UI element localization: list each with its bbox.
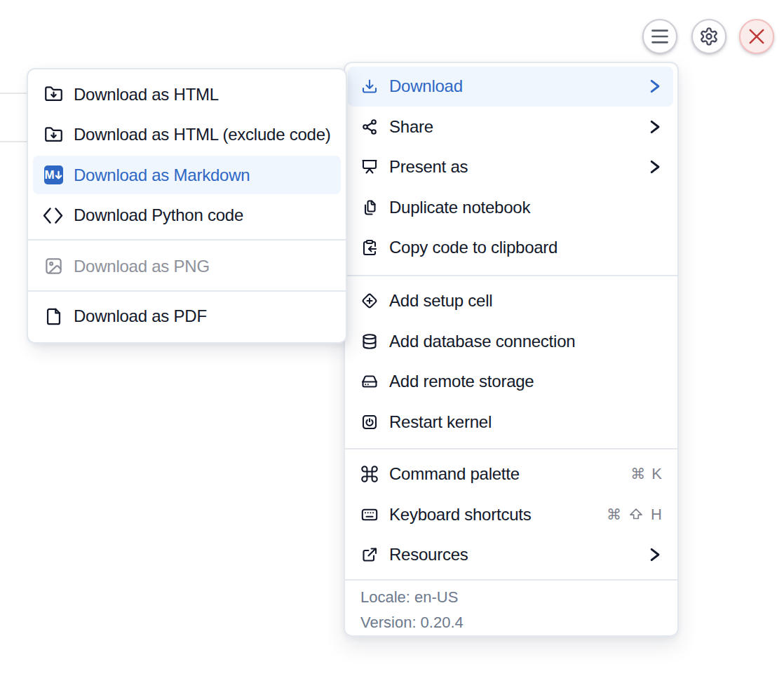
settings-button[interactable] (691, 19, 726, 54)
database-icon (361, 333, 378, 350)
diamond-plus-icon (361, 292, 378, 309)
menu-item-label: Download (389, 76, 463, 96)
external-link-icon (361, 546, 378, 563)
menu-item-command-palette[interactable]: Command palette⌘K (348, 454, 673, 495)
shortcut-hint: ⌘H (607, 506, 662, 524)
notebook-menu-button[interactable] (642, 19, 677, 54)
menu-item-copy-code-to-clipboard[interactable]: Copy code to clipboard (348, 228, 673, 269)
menu-item-label: Duplicate notebook (389, 198, 530, 217)
menu-item-label: Download as HTML (exclude code) (74, 125, 331, 144)
menu-item-label: Download as PNG (74, 257, 210, 276)
menu-item-add-setup-cell[interactable]: Add setup cell (348, 281, 673, 322)
menu-separator (345, 275, 677, 276)
menu-item-label: Keyboard shortcuts (389, 505, 531, 525)
menu-item-add-remote-storage[interactable]: Add remote storage (348, 362, 673, 402)
page-divider-line-2 (0, 141, 27, 142)
shift-icon (628, 506, 644, 523)
menu-item-label: Download as HTML (74, 85, 219, 104)
menu-item-keyboard-shortcuts[interactable]: Keyboard shortcuts⌘H (348, 494, 673, 535)
chevron-right-icon (647, 119, 663, 135)
clipboard-copy-icon (361, 239, 378, 256)
markdown-badge-icon: M (44, 165, 63, 184)
image-icon (44, 257, 63, 276)
menu-separator (28, 239, 346, 241)
presentation-icon (361, 158, 378, 175)
download-submenu: Download as HTMLDownload as HTML (exclud… (27, 68, 347, 344)
menu-item-label: Download as Markdown (74, 165, 250, 185)
page-divider-line (0, 93, 27, 94)
locale-text: Locale: en-US (360, 585, 677, 610)
close-icon (748, 28, 765, 45)
menu-separator (345, 448, 677, 449)
menu-item-label: Present as (389, 157, 468, 177)
menu-item-add-database-connection[interactable]: Add database connection (348, 321, 673, 362)
version-text: Version: 0.20.4 (360, 610, 677, 635)
share-icon (361, 119, 378, 135)
menu-icon (651, 27, 669, 46)
menu-item-present-as[interactable]: Present as (348, 147, 673, 188)
menu-footer: Locale: en-USVersion: 0.20.4 (345, 579, 677, 635)
hard-drive-icon (361, 373, 378, 390)
chevron-right-icon (647, 78, 663, 95)
folder-down-icon (44, 85, 63, 104)
menu-item-label: Copy code to clipboard (389, 238, 557, 257)
menu-item-download-as-html-exclude-code[interactable]: Download as HTML (exclude code) (33, 116, 341, 154)
code-icon (44, 206, 63, 225)
folder-down-icon (44, 126, 63, 144)
menu-item-download[interactable]: Download (348, 67, 673, 107)
chevron-right-icon (647, 158, 663, 175)
menu-item-download-as-png[interactable]: Download as PNG (33, 247, 341, 285)
menu-item-download-as-html[interactable]: Download as HTML (33, 75, 341, 114)
menu-item-label: Add database connection (389, 332, 575, 351)
menu-item-share[interactable]: Share (348, 107, 673, 147)
menu-item-label: Share (389, 117, 433, 137)
command-icon (361, 466, 378, 482)
menu-item-download-as-pdf[interactable]: Download as PDF (33, 297, 341, 336)
menu-item-label: Add setup cell (389, 291, 492, 311)
gear-icon (699, 27, 719, 46)
menu-item-resources[interactable]: Resources (348, 535, 673, 576)
menu-item-label: Command palette (389, 464, 520, 484)
menu-item-restart-kernel[interactable]: Restart kernel (348, 402, 673, 442)
copy-icon (361, 199, 378, 216)
menu-item-download-as-markdown[interactable]: MDownload as Markdown (33, 156, 341, 194)
shortcut-hint: ⌘K (630, 465, 662, 483)
square-power-icon (361, 414, 378, 431)
close-button[interactable] (739, 19, 774, 54)
menu-item-label: Download Python code (74, 205, 243, 225)
menu-item-label: Add remote storage (389, 372, 534, 391)
menu-item-label: Resources (389, 545, 468, 564)
menu-item-duplicate-notebook[interactable]: Duplicate notebook (348, 187, 673, 228)
menu-item-download-python-code[interactable]: Download Python code (33, 196, 341, 235)
chevron-right-icon (647, 546, 663, 563)
keyboard-icon (361, 506, 378, 523)
menu-item-label: Download as PDF (74, 306, 207, 326)
menu-separator (28, 290, 346, 292)
notebook-actions-menu: DownloadSharePresent asDuplicate noteboo… (344, 62, 679, 637)
download-icon (361, 78, 378, 95)
file-icon (44, 307, 63, 326)
menu-item-label: Restart kernel (389, 412, 492, 432)
